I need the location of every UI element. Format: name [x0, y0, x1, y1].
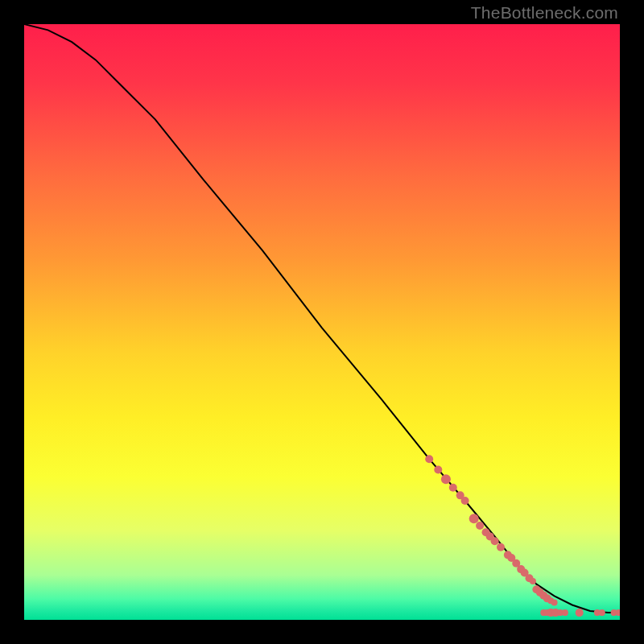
watermark-text: TheBottleneck.com: [471, 3, 618, 23]
data-point: [449, 484, 457, 492]
data-point: [469, 514, 479, 523]
data-point: [599, 609, 605, 616]
data-point: [476, 522, 484, 530]
data-point: [497, 543, 505, 551]
chart-svg: [24, 24, 620, 620]
data-point: [562, 609, 568, 616]
data-point: [491, 537, 499, 545]
data-point: [576, 609, 584, 617]
chart-background: [24, 24, 620, 620]
data-point: [461, 497, 469, 505]
data-point: [425, 455, 433, 463]
data-point: [441, 474, 451, 484]
chart-frame: TheBottleneck.com: [0, 0, 644, 644]
data-point: [551, 600, 558, 606]
plot-area: [24, 24, 620, 620]
data-point: [530, 578, 536, 584]
data-point: [434, 466, 442, 474]
